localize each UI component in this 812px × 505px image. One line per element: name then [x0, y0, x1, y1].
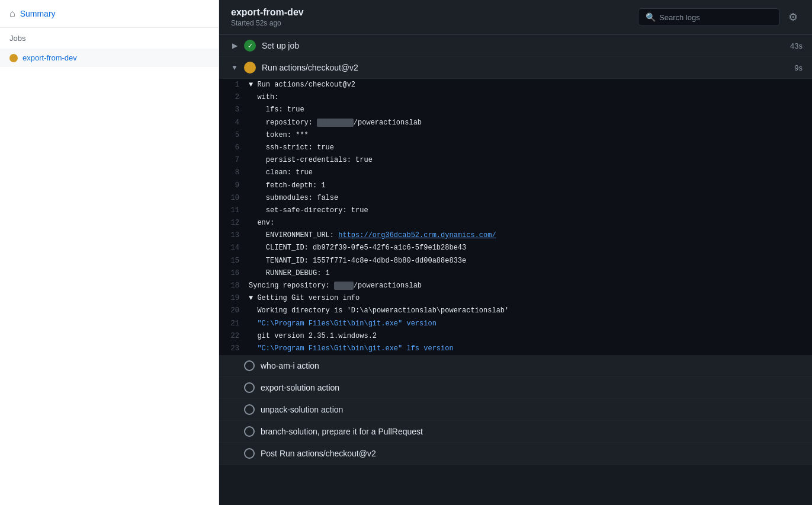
log-line: 9 fetch-depth: 1	[219, 180, 812, 192]
step-pending-icon-3	[244, 404, 255, 415]
page-title: export-from-dev	[231, 7, 304, 18]
sidebar-job-item-label: export-from-dev	[23, 53, 77, 62]
log-line: 6 ssh-strict: true	[219, 142, 812, 154]
step-row-unpack-solution[interactable]: unpack-solution action	[219, 399, 812, 421]
log-line: 2 with:	[219, 91, 812, 104]
step-name-setup: Set up job	[262, 41, 790, 50]
sidebar-job-item[interactable]: export-from-dev	[0, 49, 219, 67]
chevron-right-icon-5	[229, 426, 240, 437]
step-row-branch-solution[interactable]: branch-solution, prepare it for a PullRe…	[219, 421, 812, 443]
chevron-right-icon-6	[229, 448, 240, 459]
step-name-unpack-solution: unpack-solution action	[261, 405, 803, 414]
header-right: 🔍 Search logs ⚙	[638, 8, 800, 26]
step-row-export-solution[interactable]: export-solution action	[219, 377, 812, 399]
log-line: 20 Working directory is 'D:\a\poweractio…	[219, 305, 812, 317]
header-left: export-from-dev Started 52s ago	[231, 7, 304, 27]
home-icon: ⌂	[9, 8, 15, 19]
chevron-right-icon-2	[229, 360, 240, 372]
sidebar-summary-link[interactable]: ⌂ Summary	[0, 0, 219, 28]
log-line: 22 git version 2.35.1.windows.2	[219, 330, 812, 343]
log-line: 14 CLIENT_ID: db972f39-0fe5-42f6-a1c6-5f…	[219, 242, 812, 254]
step-name-who-am-i: who-am-i action	[261, 361, 803, 370]
log-line: 3 lfs: true	[219, 104, 812, 116]
step-name-branch-solution: branch-solution, prepare it for a PullRe…	[261, 427, 803, 436]
log-body: ▶ ✓ Set up job 43s ▼ Run actions/checkou…	[219, 35, 812, 505]
step-success-icon: ✓	[244, 40, 256, 52]
step-name-export-solution: export-solution action	[261, 383, 803, 392]
log-line: 16 RUNNER_DEBUG: 1	[219, 267, 812, 280]
step-row-post-run[interactable]: Post Run actions/checkout@v2	[219, 443, 812, 465]
log-line: 1 ▼ Run actions/checkout@v2	[219, 79, 812, 91]
search-logs-input[interactable]: 🔍 Search logs	[638, 8, 780, 26]
step-row-setup[interactable]: ▶ ✓ Set up job 43s	[219, 35, 812, 57]
step-row-who-am-i[interactable]: who-am-i action	[219, 355, 812, 377]
chevron-down-icon: ▼	[229, 62, 240, 73]
log-line: 12 env:	[219, 217, 812, 229]
step-pending-icon-5	[244, 448, 255, 459]
step-row-checkout[interactable]: ▼ Run actions/checkout@v2 9s	[219, 57, 812, 79]
chevron-right-icon-3	[229, 382, 240, 394]
env-url-link[interactable]: https://org36dcab52.crm.dynamics.com/	[338, 231, 496, 239]
sidebar-summary-label: Summary	[20, 9, 56, 18]
step-duration-setup: 43s	[790, 41, 803, 50]
search-icon: 🔍	[646, 12, 656, 22]
main-header: export-from-dev Started 52s ago 🔍 Search…	[219, 0, 812, 35]
log-line: 21 "C:\Program Files\Git\bin\git.exe" ve…	[219, 318, 812, 330]
log-line: 13 ENVIRONMENT_URL: https://org36dcab52.…	[219, 229, 812, 242]
chevron-right-icon: ▶	[229, 40, 240, 52]
settings-button[interactable]: ⚙	[786, 8, 800, 26]
step-pending-icon-1	[244, 360, 255, 371]
redacted-text-2: ████	[334, 282, 354, 290]
log-line: 8 clean: true	[219, 167, 812, 179]
step-name-post-run: Post Run actions/checkout@v2	[261, 449, 803, 458]
log-line: 23 "C:\Program Files\Git\bin\git.exe" lf…	[219, 343, 812, 355]
step-running-icon	[244, 62, 256, 73]
log-line: 11 set-safe-directory: true	[219, 204, 812, 217]
step-duration-checkout: 9s	[794, 63, 803, 72]
sidebar: ⌂ Summary Jobs export-from-dev	[0, 0, 219, 505]
sidebar-jobs-label: Jobs	[0, 28, 219, 49]
log-line: 10 submodules: false	[219, 192, 812, 204]
log-line: 4 repository: ████████/poweractionslab	[219, 117, 812, 129]
log-line: 15 TENANT_ID: 1557f771-4c8e-4dbd-8b80-dd…	[219, 255, 812, 267]
log-line: 7 persist-credentials: true	[219, 154, 812, 167]
step-name-checkout: Run actions/checkout@v2	[262, 63, 794, 72]
log-line: 18 Syncing repository: ████/poweractions…	[219, 280, 812, 292]
log-line: 19 ▼ Getting Git version info	[219, 292, 812, 305]
header-subtitle: Started 52s ago	[231, 19, 304, 27]
search-logs-placeholder: Search logs	[659, 13, 700, 22]
chevron-right-icon-4	[229, 404, 240, 415]
step-pending-icon-4	[244, 426, 255, 437]
job-running-icon	[9, 54, 18, 62]
main-panel: export-from-dev Started 52s ago 🔍 Search…	[219, 0, 812, 505]
log-section-checkout: 1 ▼ Run actions/checkout@v2 2 with: 3 lf…	[219, 79, 812, 355]
redacted-text: ████████	[317, 119, 354, 127]
log-line: 5 token: ***	[219, 129, 812, 142]
step-pending-icon-2	[244, 382, 255, 393]
